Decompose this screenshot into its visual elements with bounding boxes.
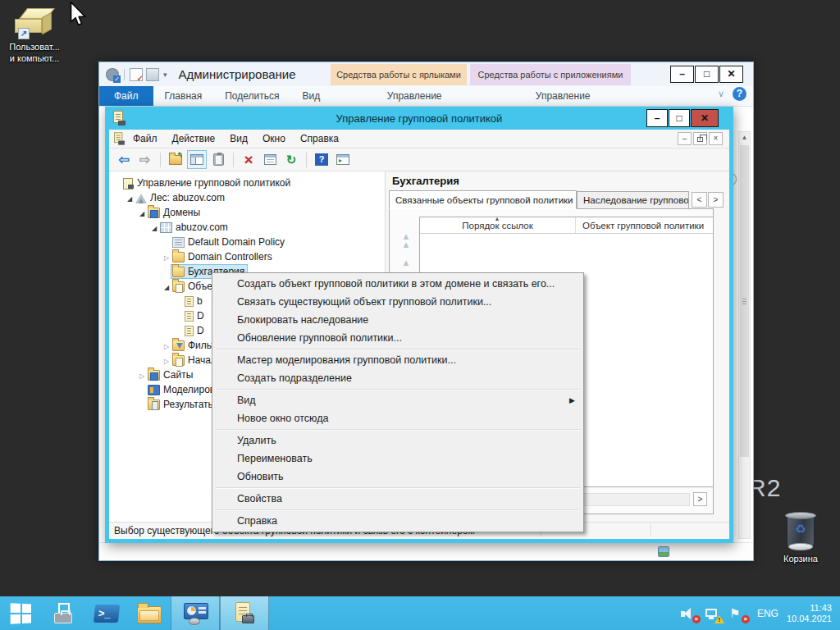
ribbon-tab-view[interactable]: Вид bbox=[290, 86, 331, 106]
explorer-titlebar[interactable]: ▾ Администрирование Средства работы с яр… bbox=[99, 62, 753, 86]
console-child-window-controls: – × bbox=[676, 132, 723, 145]
contextual-tab-shortcut-tools[interactable]: Средства работы с ярлыками bbox=[331, 64, 467, 85]
expand-toggle-icon[interactable] bbox=[162, 340, 171, 351]
tree-item[interactable]: Домены bbox=[109, 205, 385, 220]
menu-view[interactable]: Вид bbox=[222, 133, 255, 144]
context-menu-item[interactable]: Новое окно отсюда bbox=[212, 409, 583, 427]
action-center-flag-icon[interactable]: ⚑× bbox=[729, 605, 747, 622]
maximize-button[interactable]: □ bbox=[669, 109, 690, 127]
ribbon-tab-manage-shortcuts[interactable]: Управление bbox=[361, 86, 468, 106]
expand-toggle-icon[interactable] bbox=[162, 354, 171, 366]
tree-item[interactable]: Лес: abuzov.com bbox=[109, 190, 385, 205]
refresh-button[interactable]: ↻ bbox=[281, 150, 301, 169]
context-menu-item[interactable]: Блокировать наследование bbox=[212, 311, 583, 329]
tree-item[interactable]: Default Domain Policy bbox=[109, 235, 385, 249]
properties-button[interactable] bbox=[260, 150, 280, 169]
context-menu-item[interactable]: Удалить bbox=[212, 431, 583, 450]
expand-toggle-icon[interactable] bbox=[137, 369, 147, 381]
expand-toggle-icon[interactable] bbox=[162, 251, 171, 262]
tree-item[interactable]: Domain Controllers bbox=[109, 249, 385, 264]
scrollbar-thumb[interactable] bbox=[740, 145, 749, 457]
expand-toggle-icon[interactable] bbox=[162, 281, 171, 292]
column-header-gpo[interactable]: Объект групповой политики bbox=[576, 217, 713, 233]
taskbar-powershell[interactable]: >_ bbox=[85, 596, 128, 630]
file-explorer-icon bbox=[137, 606, 162, 623]
minimize-button[interactable]: – bbox=[670, 66, 694, 83]
ribbon-tab-manage-apps[interactable]: Управление bbox=[497, 86, 628, 106]
back-button[interactable]: ⇦ bbox=[114, 150, 134, 169]
up-one-level-button[interactable]: ↰ bbox=[166, 150, 185, 169]
paste-button[interactable] bbox=[208, 150, 228, 169]
contextual-tab-application-tools[interactable]: Средства работы с приложениями bbox=[470, 64, 631, 85]
language-indicator[interactable]: ENG bbox=[757, 608, 778, 619]
new-item-check-icon[interactable] bbox=[130, 68, 143, 81]
shortcut-arrow-icon: ↗ bbox=[18, 28, 30, 39]
tab-scroll-right-button[interactable]: > bbox=[708, 192, 724, 208]
taskbar-server-manager[interactable] bbox=[43, 596, 85, 630]
expand-toggle-icon[interactable] bbox=[149, 221, 159, 233]
context-menu-item[interactable]: Переименовать bbox=[212, 450, 583, 468]
wmi-icon bbox=[172, 340, 185, 351]
ribbon-collapse-chevron-icon[interactable]: ∨ bbox=[718, 89, 724, 99]
folder-icon[interactable] bbox=[146, 68, 159, 81]
tab-scroll-left-button[interactable]: < bbox=[692, 192, 707, 208]
menu-help[interactable]: Справка bbox=[293, 133, 346, 144]
maximize-button[interactable]: □ bbox=[695, 66, 719, 83]
forward-button[interactable]: ⇨ bbox=[135, 150, 155, 169]
child-restore-button[interactable] bbox=[693, 132, 707, 145]
context-menu-item[interactable]: Создать объект групповой политики в этом… bbox=[212, 275, 583, 293]
new-window-button[interactable] bbox=[333, 150, 353, 169]
desktop-shortcut-users-and-computers[interactable]: ↗ Пользоват... и компьют... bbox=[3, 3, 66, 64]
shortcut-label-line2: и компьют... bbox=[3, 52, 66, 64]
tab-gpo-inheritance[interactable]: Наследование групповой политики bbox=[577, 191, 689, 209]
context-menu-item[interactable]: Обновить bbox=[212, 468, 583, 486]
taskbar-file-explorer[interactable] bbox=[128, 596, 171, 630]
move-link-to-top-button[interactable]: ▲▲ bbox=[396, 232, 416, 250]
properties-icon[interactable] bbox=[106, 68, 119, 81]
ribbon-tab-share[interactable]: Поделиться bbox=[213, 86, 290, 106]
tree-item[interactable]: Управление групповой политикой bbox=[109, 176, 385, 190]
qat-chevron-down-icon[interactable]: ▾ bbox=[163, 71, 167, 79]
menu-file[interactable]: Файл bbox=[126, 133, 165, 144]
tree-item-label: Default Domain Policy bbox=[188, 236, 285, 248]
close-button[interactable]: ✕ bbox=[719, 66, 743, 83]
menu-window[interactable]: Окно bbox=[255, 133, 293, 144]
context-menu-item[interactable]: Свойства bbox=[212, 490, 583, 508]
volume-muted-icon[interactable]: × bbox=[680, 605, 698, 622]
delete-button[interactable]: × bbox=[239, 150, 258, 169]
show-console-tree-button[interactable] bbox=[187, 150, 207, 169]
context-menu-item[interactable]: Обновление групповой политики... bbox=[212, 329, 583, 347]
start-button[interactable] bbox=[0, 596, 43, 630]
taskbar-administrative-tools[interactable] bbox=[171, 596, 220, 630]
column-header-link-order[interactable]: ▲ Порядок ссылок bbox=[420, 217, 576, 233]
child-close-button[interactable]: × bbox=[709, 132, 723, 145]
taskbar-gpmc[interactable] bbox=[220, 596, 269, 630]
thumbnail-view-toggle-icon[interactable] bbox=[658, 546, 669, 557]
close-button[interactable]: ✕ bbox=[691, 109, 719, 127]
expand-toggle-icon[interactable] bbox=[137, 207, 147, 218]
network-warning-icon[interactable] bbox=[705, 605, 723, 622]
child-minimize-button[interactable]: – bbox=[678, 132, 692, 145]
help-icon[interactable]: ? bbox=[733, 87, 746, 101]
scroll-right-button[interactable]: > bbox=[693, 492, 707, 506]
menu-action[interactable]: Действие bbox=[165, 133, 223, 144]
help-button[interactable]: ? bbox=[312, 150, 331, 169]
minimize-button[interactable]: – bbox=[646, 109, 668, 127]
context-menu-item[interactable]: Справка bbox=[212, 512, 583, 530]
scroll-up-icon[interactable]: ▲ bbox=[739, 132, 750, 144]
ribbon-tab-file[interactable]: Файл bbox=[99, 86, 153, 106]
shortcut-label-line1: Пользоват... bbox=[3, 41, 66, 52]
recycle-bin-shortcut[interactable]: ♻ Корзина bbox=[769, 510, 832, 564]
context-menu-item[interactable]: Мастер моделирования групповой политики.… bbox=[212, 351, 583, 369]
ribbon-tab-home[interactable]: Главная bbox=[153, 86, 214, 106]
context-menu-item[interactable]: Связать существующий объект групповой по… bbox=[212, 293, 583, 311]
context-menu-item[interactable]: Вид▶ bbox=[212, 391, 583, 409]
context-menu-item[interactable]: Создать подразделение bbox=[212, 369, 583, 387]
tree-item[interactable]: abuzov.com bbox=[109, 220, 385, 235]
clock[interactable]: 11:43 10.04.2021 bbox=[787, 603, 832, 624]
tab-linked-gpos[interactable]: Связанные объекты групповой политики bbox=[389, 190, 577, 209]
ribbon-tab-row: Файл Главная Поделиться Вид Управление У… bbox=[99, 86, 753, 107]
expand-toggle-icon[interactable] bbox=[125, 192, 135, 203]
mmc-titlebar[interactable]: Управление групповой политикой – □ ✕ bbox=[109, 107, 729, 130]
explorer-vertical-scrollbar[interactable]: ▲ bbox=[738, 131, 751, 539]
